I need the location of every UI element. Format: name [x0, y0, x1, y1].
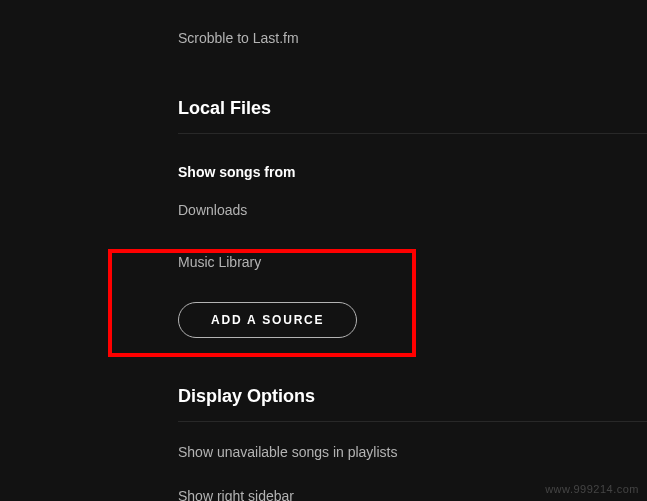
add-source-button[interactable]: ADD A SOURCE: [178, 302, 357, 338]
display-options-heading: Display Options: [178, 386, 647, 407]
settings-content: Scrobble to Last.fm Local Files Show son…: [0, 0, 647, 501]
local-files-section: Local Files Show songs from Downloads Mu…: [178, 98, 647, 338]
source-music-library[interactable]: Music Library: [178, 254, 647, 270]
source-downloads[interactable]: Downloads: [178, 202, 647, 218]
show-unavailable-songs-setting[interactable]: Show unavailable songs in playlists: [178, 444, 647, 460]
section-divider: [178, 133, 647, 134]
watermark-text: www.999214.com: [545, 483, 639, 495]
show-songs-from-label: Show songs from: [178, 164, 647, 180]
local-files-heading: Local Files: [178, 98, 647, 119]
scrobble-lastfm-setting[interactable]: Scrobble to Last.fm: [178, 30, 647, 46]
section-divider: [178, 421, 647, 422]
